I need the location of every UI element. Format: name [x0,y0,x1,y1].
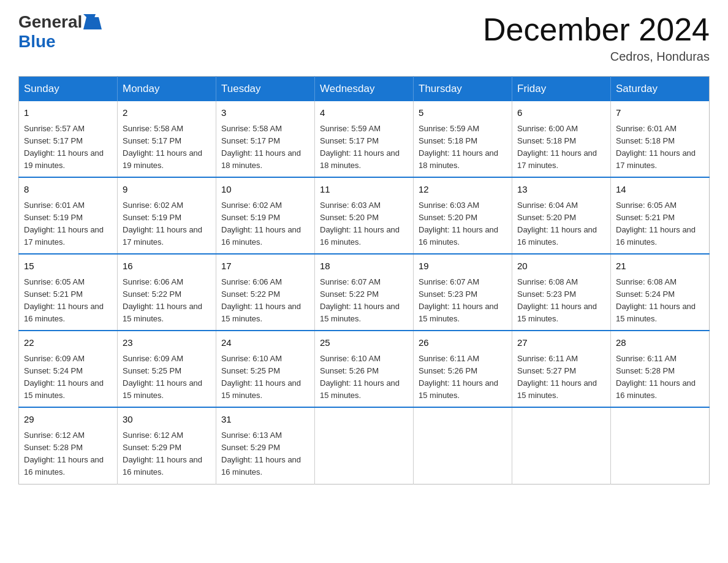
day-info: Sunrise: 6:02 AMSunset: 5:19 PMDaylight:… [123,199,211,249]
day-number: 16 [123,259,211,274]
calendar-cell: 26Sunrise: 6:11 AMSunset: 5:26 PMDayligh… [414,331,512,407]
day-info: Sunrise: 6:06 AMSunset: 5:22 PMDaylight:… [123,276,211,326]
day-number: 17 [221,259,309,274]
day-info: Sunrise: 6:12 AMSunset: 5:28 PMDaylight:… [24,429,112,479]
day-info: Sunrise: 6:10 AMSunset: 5:25 PMDaylight:… [221,353,309,402]
day-number: 20 [517,259,605,274]
calendar-cell: 29Sunrise: 6:12 AMSunset: 5:28 PMDayligh… [19,407,118,484]
day-number: 26 [419,336,507,350]
calendar-cell: 12Sunrise: 6:03 AMSunset: 5:20 PMDayligh… [414,177,512,254]
day-number: 11 [320,183,408,197]
calendar-table: SundayMondayTuesdayWednesdayThursdayFrid… [18,76,710,484]
calendar-cell: 31Sunrise: 6:13 AMSunset: 5:29 PMDayligh… [216,407,315,484]
day-info: Sunrise: 6:11 AMSunset: 5:26 PMDaylight:… [419,353,507,402]
day-info: Sunrise: 6:10 AMSunset: 5:26 PMDaylight:… [320,353,408,402]
calendar-cell: 19Sunrise: 6:07 AMSunset: 5:23 PMDayligh… [414,254,512,331]
calendar-header-row: SundayMondayTuesdayWednesdayThursdayFrid… [19,77,710,102]
calendar-cell: 13Sunrise: 6:04 AMSunset: 5:20 PMDayligh… [512,177,611,254]
logo-blue: Blue [18,32,56,52]
day-number: 2 [123,106,211,120]
weekday-header-thursday: Thursday [414,77,512,102]
calendar-cell: 17Sunrise: 6:06 AMSunset: 5:22 PMDayligh… [216,254,315,331]
day-info: Sunrise: 6:01 AMSunset: 5:19 PMDaylight:… [24,199,112,249]
day-info: Sunrise: 6:09 AMSunset: 5:24 PMDaylight:… [24,353,112,402]
day-info: Sunrise: 6:07 AMSunset: 5:22 PMDaylight:… [320,276,408,326]
day-number: 19 [419,259,507,274]
day-number: 13 [517,183,605,197]
day-number: 25 [320,336,408,350]
logo-general: General [18,12,82,32]
calendar-week-row: 22Sunrise: 6:09 AMSunset: 5:24 PMDayligh… [19,331,710,407]
weekday-header-friday: Friday [512,77,611,102]
calendar-cell: 28Sunrise: 6:11 AMSunset: 5:28 PMDayligh… [611,331,710,407]
day-number: 18 [320,259,408,274]
month-title: December 2024 [483,12,710,47]
page-header: General Blue December 2024 Cedros, Hondu… [18,12,710,64]
day-info: Sunrise: 5:59 AMSunset: 5:18 PMDaylight:… [419,123,507,172]
day-number: 29 [24,413,112,427]
day-info: Sunrise: 6:12 AMSunset: 5:29 PMDaylight:… [123,429,211,479]
calendar-cell: 2Sunrise: 5:58 AMSunset: 5:17 PMDaylight… [118,101,216,177]
day-number: 8 [24,183,112,197]
day-number: 27 [517,336,605,350]
day-info: Sunrise: 6:05 AMSunset: 5:21 PMDaylight:… [616,199,704,249]
day-info: Sunrise: 6:11 AMSunset: 5:28 PMDaylight:… [616,353,704,402]
day-info: Sunrise: 6:03 AMSunset: 5:20 PMDaylight:… [320,199,408,249]
calendar-cell [315,407,414,484]
calendar-cell [611,407,710,484]
day-info: Sunrise: 6:08 AMSunset: 5:23 PMDaylight:… [517,276,605,326]
day-number: 21 [616,259,704,274]
day-number: 12 [419,183,507,197]
weekday-header-sunday: Sunday [19,77,118,102]
calendar-cell: 9Sunrise: 6:02 AMSunset: 5:19 PMDaylight… [118,177,216,254]
day-number: 14 [616,183,704,197]
weekday-header-saturday: Saturday [611,77,710,102]
calendar-week-row: 15Sunrise: 6:05 AMSunset: 5:21 PMDayligh… [19,254,710,331]
calendar-week-row: 29Sunrise: 6:12 AMSunset: 5:28 PMDayligh… [19,407,710,484]
day-info: Sunrise: 6:13 AMSunset: 5:29 PMDaylight:… [221,429,309,479]
calendar-cell: 30Sunrise: 6:12 AMSunset: 5:29 PMDayligh… [118,407,216,484]
calendar-cell [414,407,512,484]
day-number: 1 [24,106,112,120]
calendar-cell: 23Sunrise: 6:09 AMSunset: 5:25 PMDayligh… [118,331,216,407]
title-section: December 2024 Cedros, Honduras [483,12,710,64]
day-info: Sunrise: 6:00 AMSunset: 5:18 PMDaylight:… [517,123,605,172]
day-info: Sunrise: 5:58 AMSunset: 5:17 PMDaylight:… [221,123,309,172]
day-number: 15 [24,259,112,274]
weekday-header-monday: Monday [118,77,216,102]
calendar-cell: 25Sunrise: 6:10 AMSunset: 5:26 PMDayligh… [315,331,414,407]
calendar-cell: 18Sunrise: 6:07 AMSunset: 5:22 PMDayligh… [315,254,414,331]
calendar-cell: 7Sunrise: 6:01 AMSunset: 5:18 PMDaylight… [611,101,710,177]
calendar-cell: 21Sunrise: 6:08 AMSunset: 5:24 PMDayligh… [611,254,710,331]
day-info: Sunrise: 5:59 AMSunset: 5:17 PMDaylight:… [320,123,408,172]
calendar-cell: 3Sunrise: 5:58 AMSunset: 5:17 PMDaylight… [216,101,315,177]
calendar-cell: 22Sunrise: 6:09 AMSunset: 5:24 PMDayligh… [19,331,118,407]
day-info: Sunrise: 6:06 AMSunset: 5:22 PMDaylight:… [221,276,309,326]
calendar-cell: 1Sunrise: 5:57 AMSunset: 5:17 PMDaylight… [19,101,118,177]
day-number: 24 [221,336,309,350]
day-info: Sunrise: 5:57 AMSunset: 5:17 PMDaylight:… [24,123,112,172]
logo-triangle-icon [83,14,102,31]
calendar-cell: 24Sunrise: 6:10 AMSunset: 5:25 PMDayligh… [216,331,315,407]
day-number: 23 [123,336,211,350]
calendar-cell: 16Sunrise: 6:06 AMSunset: 5:22 PMDayligh… [118,254,216,331]
calendar-cell: 20Sunrise: 6:08 AMSunset: 5:23 PMDayligh… [512,254,611,331]
day-info: Sunrise: 6:11 AMSunset: 5:27 PMDaylight:… [517,353,605,402]
location: Cedros, Honduras [483,50,710,64]
calendar-cell: 8Sunrise: 6:01 AMSunset: 5:19 PMDaylight… [19,177,118,254]
day-info: Sunrise: 6:03 AMSunset: 5:20 PMDaylight:… [419,199,507,249]
calendar-cell: 14Sunrise: 6:05 AMSunset: 5:21 PMDayligh… [611,177,710,254]
day-number: 6 [517,106,605,120]
day-number: 4 [320,106,408,120]
calendar-cell: 11Sunrise: 6:03 AMSunset: 5:20 PMDayligh… [315,177,414,254]
weekday-header-tuesday: Tuesday [216,77,315,102]
calendar-cell: 27Sunrise: 6:11 AMSunset: 5:27 PMDayligh… [512,331,611,407]
calendar-cell: 5Sunrise: 5:59 AMSunset: 5:18 PMDaylight… [414,101,512,177]
day-info: Sunrise: 6:02 AMSunset: 5:19 PMDaylight:… [221,199,309,249]
day-number: 9 [123,183,211,197]
day-number: 28 [616,336,704,350]
calendar-cell: 10Sunrise: 6:02 AMSunset: 5:19 PMDayligh… [216,177,315,254]
day-number: 7 [616,106,704,120]
day-number: 10 [221,183,309,197]
day-info: Sunrise: 6:05 AMSunset: 5:21 PMDaylight:… [24,276,112,326]
